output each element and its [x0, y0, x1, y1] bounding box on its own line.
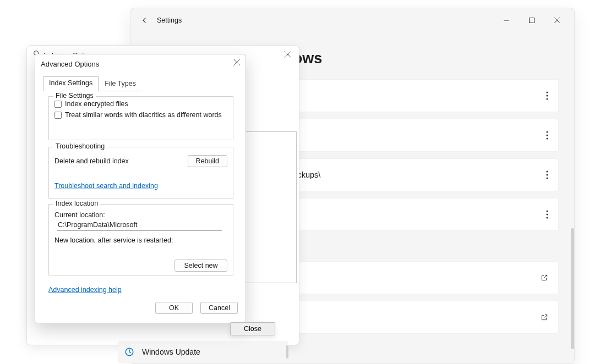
- svg-point-15: [546, 177, 548, 179]
- index-encrypted-label: Index encrypted files: [65, 100, 128, 108]
- tab-file-types[interactable]: File Types: [99, 77, 142, 91]
- kebab-icon: [546, 170, 548, 179]
- advanced-indexing-help-link[interactable]: Advanced indexing help: [48, 286, 122, 294]
- delete-rebuild-label: Delete and rebuild index: [54, 157, 129, 165]
- svg-point-10: [546, 131, 548, 133]
- kebab-icon: [546, 91, 548, 100]
- svg-point-16: [546, 210, 548, 212]
- minimize-button[interactable]: [494, 12, 519, 29]
- svg-point-12: [546, 137, 548, 139]
- advanced-options-title: Advanced Options: [41, 60, 99, 68]
- file-settings-legend: File Settings: [53, 92, 96, 100]
- indexing-close-button[interactable]: [285, 51, 291, 58]
- new-location-label: New location, after service is restarted…: [54, 236, 233, 244]
- troubleshooting-group: Troubleshooting Delete and rebuild index…: [48, 147, 233, 198]
- file-settings-group: File Settings Index encrypted files Trea…: [48, 96, 233, 140]
- settings-titlebar: Settings: [130, 8, 574, 32]
- kebab-icon: [546, 131, 548, 140]
- path-menu-button[interactable]: [546, 170, 548, 179]
- back-button[interactable]: [135, 16, 155, 24]
- scrollbar[interactable]: [571, 228, 574, 349]
- open-external-icon: [541, 274, 548, 282]
- index-encrypted-checkbox[interactable]: [54, 101, 62, 108]
- settings-app-title: Settings: [157, 16, 182, 24]
- svg-point-17: [546, 213, 548, 215]
- current-location-value: C:\ProgramData\Microsoft: [57, 221, 222, 231]
- diacritics-label: Treat similar words with diacritics as d…: [65, 111, 222, 119]
- diacritics-checkbox[interactable]: [54, 112, 62, 119]
- open-external-icon: [541, 313, 548, 321]
- svg-point-18: [546, 217, 548, 218]
- maximize-button[interactable]: [519, 12, 544, 29]
- sidebar-item-windows-update[interactable]: Windows Update: [118, 341, 288, 363]
- svg-point-8: [546, 95, 548, 96]
- advanced-close-button[interactable]: [233, 59, 240, 65]
- troubleshooting-legend: Troubleshooting: [53, 142, 107, 150]
- close-icon: [285, 51, 291, 58]
- minimize-icon: [504, 18, 509, 23]
- indexing-close-lower-button[interactable]: Close: [230, 322, 275, 335]
- close-icon: [233, 59, 240, 65]
- path-menu-button[interactable]: [546, 210, 548, 219]
- close-button[interactable]: [544, 12, 570, 29]
- svg-point-14: [546, 174, 548, 175]
- window-controls: [494, 12, 570, 29]
- arrow-left-icon: [141, 16, 149, 24]
- kebab-icon: [546, 210, 548, 219]
- ok-button[interactable]: OK: [155, 302, 193, 314]
- maximize-icon: [529, 18, 534, 23]
- cancel-button[interactable]: Cancel: [200, 302, 238, 314]
- troubleshoot-search-link[interactable]: Troubleshoot search and indexing: [54, 182, 158, 190]
- svg-point-9: [546, 98, 548, 100]
- index-location-group: Index location Current location: C:\Prog…: [48, 204, 233, 275]
- tab-index-settings[interactable]: Index Settings: [43, 76, 99, 91]
- index-location-legend: Index location: [53, 200, 100, 207]
- svg-point-7: [546, 91, 548, 93]
- path-menu-button[interactable]: [546, 91, 548, 100]
- update-icon: [124, 347, 134, 357]
- advanced-options-dialog: Advanced Options Index Settings File Typ…: [35, 54, 246, 323]
- current-location-label: Current location:: [54, 211, 233, 219]
- close-icon: [554, 18, 560, 23]
- svg-rect-1: [530, 18, 534, 23]
- path-menu-button[interactable]: [546, 131, 548, 140]
- svg-point-11: [546, 134, 548, 136]
- scrollbar[interactable]: [286, 345, 288, 359]
- svg-point-13: [546, 170, 548, 172]
- select-new-button[interactable]: Select new: [174, 260, 227, 272]
- new-location-value: [57, 246, 222, 256]
- windows-update-label: Windows Update: [142, 348, 200, 356]
- tabs: Index Settings File Types: [43, 76, 239, 91]
- rebuild-button[interactable]: Rebuild: [188, 155, 227, 167]
